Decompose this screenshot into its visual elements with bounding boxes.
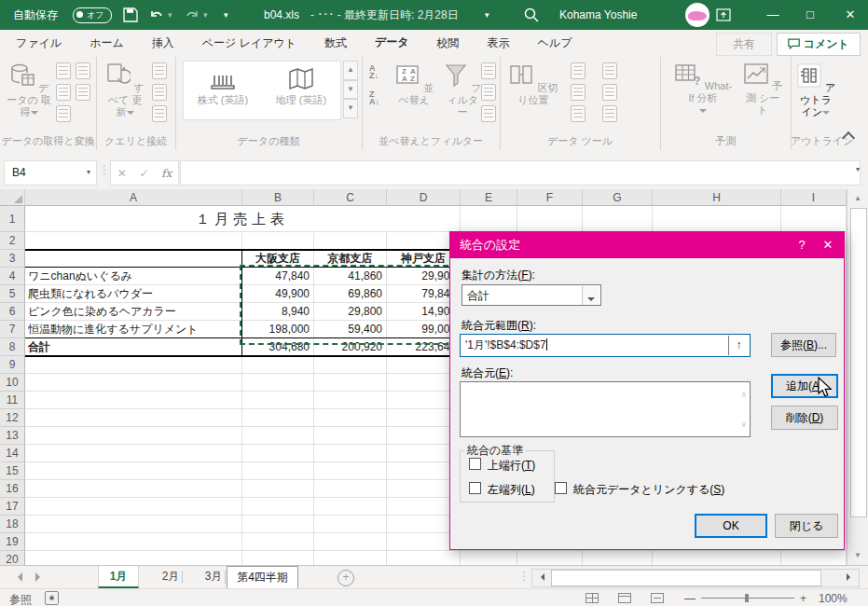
- cell-G1[interactable]: [583, 206, 653, 232]
- new-sheet-button[interactable]: +: [338, 570, 354, 586]
- cell-B12[interactable]: [242, 409, 314, 427]
- left-column-checkbox[interactable]: [469, 482, 481, 494]
- zoom-slider-thumb[interactable]: [745, 594, 749, 602]
- collapse-ribbon-button[interactable]: [844, 133, 853, 143]
- row-header-15[interactable]: 15: [0, 462, 25, 480]
- cell-E1[interactable]: [461, 206, 517, 232]
- cell-A8[interactable]: 合計: [25, 338, 242, 356]
- cell-H20[interactable]: [653, 551, 781, 565]
- cell-A10[interactable]: [25, 374, 242, 392]
- cell-A19[interactable]: [25, 533, 242, 551]
- page-break-view-icon[interactable]: [651, 593, 664, 603]
- cell-C15[interactable]: [314, 462, 387, 480]
- from-table-icon[interactable]: [56, 84, 71, 101]
- gallery-down-icon[interactable]: ▼: [343, 80, 358, 100]
- close-button[interactable]: ✕: [834, 0, 866, 30]
- cell-B19[interactable]: [242, 533, 314, 551]
- title-dropdown-icon[interactable]: ▾: [485, 0, 489, 30]
- dialog-close-icon[interactable]: ✕: [814, 232, 842, 258]
- text-to-columns-button[interactable]: 区切り位置: [507, 61, 559, 106]
- scroll-down-icon[interactable]: ▼: [847, 548, 868, 563]
- from-text-icon[interactable]: [56, 62, 71, 79]
- cell-E20[interactable]: [461, 551, 517, 565]
- cell-B15[interactable]: [242, 462, 314, 480]
- row-header-17[interactable]: 17: [0, 498, 25, 516]
- cell-C12[interactable]: [314, 409, 387, 427]
- tabbar-grip[interactable]: ⋮: [518, 570, 530, 583]
- save-icon[interactable]: [121, 6, 140, 24]
- queries-connections-icon[interactable]: [152, 62, 167, 79]
- function-combobox[interactable]: 合計: [462, 284, 601, 306]
- cell-A2[interactable]: [25, 232, 242, 250]
- undo-chevron-icon[interactable]: ▾: [168, 0, 172, 30]
- cell-A18[interactable]: [25, 516, 242, 533]
- zoom-level[interactable]: 100%: [819, 592, 847, 605]
- cell-A3[interactable]: [25, 250, 242, 268]
- row-header-2[interactable]: 2: [0, 232, 25, 250]
- column-header-A[interactable]: A: [25, 189, 242, 206]
- cell-C10[interactable]: [314, 374, 387, 392]
- gallery-more-icon[interactable]: ▼: [343, 99, 358, 118]
- scroll-right-icon[interactable]: [847, 573, 854, 581]
- from-picture-icon[interactable]: [56, 105, 71, 122]
- cell-C9[interactable]: [314, 356, 387, 374]
- cell-H1[interactable]: [653, 206, 781, 232]
- geography-button[interactable]: 地理 (英語): [262, 62, 340, 119]
- recent-sources-icon[interactable]: [76, 62, 90, 79]
- edit-links-icon[interactable]: [152, 105, 167, 122]
- row-header-4[interactable]: 4: [0, 268, 25, 285]
- column-header-C[interactable]: C: [314, 189, 387, 206]
- redo-chevron-icon[interactable]: ▾: [203, 0, 208, 30]
- cell-A7[interactable]: 恒温動物に進化するサプリメント: [25, 321, 242, 338]
- name-box-dropdown-icon[interactable]: ▾: [87, 161, 90, 184]
- dialog-help-icon[interactable]: ?: [788, 232, 816, 258]
- cell-C14[interactable]: [314, 445, 387, 462]
- reapply-filter-icon[interactable]: [481, 84, 496, 101]
- cell-A16[interactable]: [25, 480, 242, 498]
- tab-scroll-left-icon[interactable]: [13, 572, 22, 582]
- confirm-entry-icon[interactable]: ✓: [139, 167, 148, 180]
- sheet-tab-1月[interactable]: 1月: [98, 566, 139, 588]
- cell-B2[interactable]: [242, 232, 314, 250]
- row-header-19[interactable]: 19: [0, 533, 25, 551]
- cell-A14[interactable]: [25, 445, 242, 462]
- relationships-icon[interactable]: [602, 84, 617, 101]
- sources-listbox[interactable]: ∧ ∨: [460, 381, 751, 437]
- cell-B13[interactable]: [242, 427, 314, 445]
- cell-C2[interactable]: [314, 232, 387, 250]
- refresh-all-button[interactable]: すべて 更新: [103, 61, 146, 118]
- filter-button[interactable]: フィルター: [442, 61, 483, 118]
- cell-B11[interactable]: [242, 392, 314, 409]
- row-header-14[interactable]: 14: [0, 445, 25, 462]
- cell-C17[interactable]: [314, 498, 387, 516]
- collapse-dialog-icon[interactable]: ↑: [728, 336, 749, 355]
- row-header-1[interactable]: 1: [0, 206, 25, 232]
- qat-customize-icon[interactable]: ▾: [224, 0, 228, 30]
- cell-I20[interactable]: [781, 551, 847, 565]
- row-header-16[interactable]: 16: [0, 480, 25, 498]
- document-title[interactable]: b04.xls: [264, 0, 299, 30]
- cell-D20[interactable]: [387, 551, 461, 565]
- cell-B14[interactable]: [242, 445, 314, 462]
- row-header-20[interactable]: 20: [0, 551, 25, 565]
- horizontal-scroll-thumb[interactable]: [551, 570, 821, 586]
- flash-fill-icon[interactable]: [571, 62, 586, 79]
- stocks-button[interactable]: 株式 (英語): [184, 62, 262, 119]
- formula-input[interactable]: [180, 160, 861, 186]
- listbox-scroll-up-icon[interactable]: ∧: [740, 384, 747, 405]
- listbox-scroll-down-icon[interactable]: ∨: [740, 414, 747, 434]
- cell-F1[interactable]: [517, 206, 583, 232]
- select-all-corner[interactable]: [0, 189, 25, 206]
- link-source-checkbox[interactable]: [555, 482, 567, 494]
- column-header-E[interactable]: E: [461, 189, 517, 206]
- column-header-D[interactable]: D: [387, 189, 461, 206]
- row-header-6[interactable]: 6: [0, 303, 25, 321]
- row-header-7[interactable]: 7: [0, 321, 25, 338]
- cell-A12[interactable]: [25, 409, 242, 427]
- sort-button[interactable]: ZAAZ 並べ替え: [390, 61, 438, 106]
- search-icon[interactable]: [522, 6, 541, 24]
- cell-B9[interactable]: [242, 356, 314, 374]
- maximize-button[interactable]: □: [794, 0, 826, 30]
- ribbon-tab-ページ レイアウト[interactable]: ページ レイアウト: [188, 30, 310, 57]
- row-header-10[interactable]: 10: [0, 374, 25, 392]
